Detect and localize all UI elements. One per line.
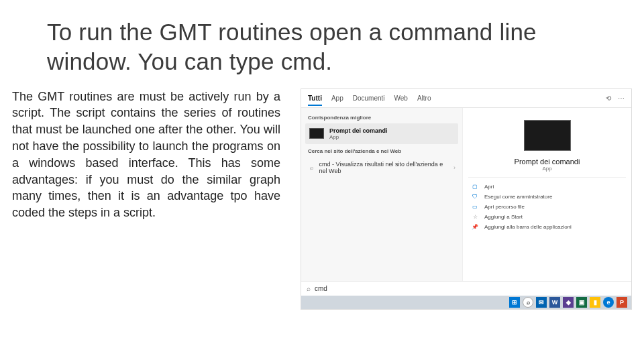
slide-body-text: The GMT routines are must be actively ru… bbox=[12, 88, 280, 222]
best-match-item[interactable]: Prompt dei comandi App bbox=[305, 123, 458, 144]
admin-shield-icon: 🛡 bbox=[471, 194, 479, 200]
taskbar-app-icon[interactable]: ✉ bbox=[536, 297, 547, 308]
search-icon: ⌕ bbox=[308, 164, 315, 171]
taskbar-windows-icon[interactable]: ⊞ bbox=[509, 297, 520, 308]
search-tab-more[interactable]: Altro bbox=[417, 95, 431, 102]
search-results: Corrispondenza migliore Prompt dei coman… bbox=[301, 108, 631, 284]
folder-icon: ▭ bbox=[471, 204, 479, 210]
windows-search-screenshot: Tutti App Documenti Web Altro ⟲ ⋯ Corris… bbox=[301, 88, 632, 310]
section-best-match-label: Corrispondenza migliore bbox=[308, 115, 455, 121]
best-match-title: Prompt dei comandi bbox=[329, 127, 388, 134]
slide-title: To run the GMT routines open a command l… bbox=[47, 17, 617, 76]
taskbar-search-icon[interactable]: ⌕ bbox=[523, 297, 533, 308]
action-pin-taskbar[interactable]: 📌 Aggiungi alla barra delle applicazioni bbox=[471, 222, 623, 232]
search-tab-web[interactable]: Web bbox=[394, 95, 408, 102]
taskbar-edge-icon[interactable]: e bbox=[603, 297, 614, 308]
separator bbox=[468, 177, 626, 178]
search-tabs-row: Tutti App Documenti Web Altro ⟲ ⋯ bbox=[301, 89, 631, 108]
search-input-bar[interactable]: ⌕ cmd bbox=[301, 281, 631, 296]
detail-app-title: Prompt dei comandi bbox=[468, 158, 626, 166]
action-open[interactable]: ▢ Apri bbox=[471, 182, 623, 192]
best-match-subtitle: App bbox=[329, 134, 388, 140]
action-run-admin[interactable]: 🛡 Esegui come amministratore bbox=[471, 192, 623, 202]
taskbar-word-icon[interactable]: W bbox=[549, 297, 560, 308]
pin-start-icon: ☆ bbox=[471, 214, 479, 220]
cmd-prompt-icon bbox=[309, 128, 324, 139]
action-open-location[interactable]: ▭ Apri percorso file bbox=[471, 202, 623, 212]
search-input-value: cmd bbox=[315, 285, 327, 292]
detail-app-subtitle: App bbox=[468, 166, 626, 172]
search-icon: ⌕ bbox=[307, 285, 311, 292]
open-icon: ▢ bbox=[471, 184, 479, 190]
taskbar-app-icon[interactable]: ◆ bbox=[563, 297, 574, 308]
taskbar: ⊞ ⌕ ✉ W ◆ ▣ ▮ e P bbox=[301, 296, 631, 309]
taskbar-app-icon[interactable]: ▣ bbox=[576, 297, 587, 308]
web-search-text: cmd - Visualizza risultati nel sito dell… bbox=[319, 161, 449, 174]
feedback-icon[interactable]: ⟲ bbox=[606, 95, 611, 102]
search-tab-documents[interactable]: Documenti bbox=[353, 95, 385, 102]
taskbar-explorer-icon[interactable]: ▮ bbox=[590, 297, 600, 308]
search-tab-apps[interactable]: App bbox=[331, 95, 343, 102]
search-tab-all[interactable]: Tutti bbox=[308, 95, 322, 106]
web-search-item[interactable]: ⌕ cmd - Visualizza risultati nel sito de… bbox=[305, 157, 458, 178]
cmd-prompt-large-icon bbox=[524, 120, 571, 151]
pin-taskbar-icon: 📌 bbox=[471, 224, 479, 230]
taskbar-powerpoint-icon[interactable]: P bbox=[616, 297, 627, 308]
action-pin-start[interactable]: ☆ Aggiungi a Start bbox=[471, 212, 623, 222]
more-options-icon[interactable]: ⋯ bbox=[618, 95, 625, 102]
chevron-right-icon: › bbox=[453, 164, 455, 171]
section-web-label: Cerca nel sito dell'azienda e nel Web bbox=[308, 148, 455, 154]
